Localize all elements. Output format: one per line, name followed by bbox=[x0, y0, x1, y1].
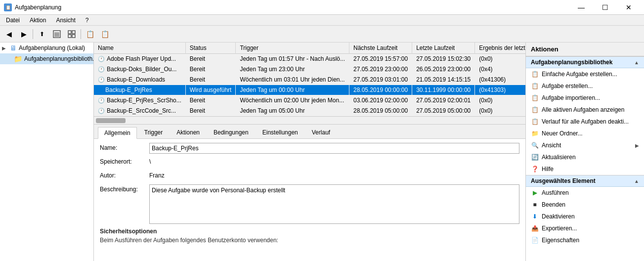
tab-aktionen[interactable]: Aktionen bbox=[170, 127, 206, 138]
tab-einstellungen[interactable]: Einstellungen bbox=[256, 127, 304, 138]
toolbar-btn5[interactable]: 📋 bbox=[98, 27, 112, 41]
actions-panel: Aktionen Aufgabenplanungsbibliothek ▲ 📋 … bbox=[525, 43, 644, 261]
cell-status: Bereit bbox=[185, 106, 236, 116]
ready-icon: 🕐 bbox=[98, 97, 105, 103]
action-ausfuehren[interactable]: ▶ Ausführen bbox=[526, 187, 644, 199]
title-bar: 📋 Aufgabenplanung — ☐ ✕ bbox=[0, 0, 644, 15]
action-aktualisieren[interactable]: 🔄 Aktualisieren bbox=[526, 151, 644, 163]
cell-status: Bereit bbox=[185, 95, 236, 106]
action-aktive-aufgaben[interactable]: 📋 Alle aktiven Aufgaben anzeigen bbox=[526, 104, 644, 116]
action-beenden[interactable]: ■ Beenden bbox=[526, 199, 644, 211]
action-aufgabe-erstellen[interactable]: 📋 Aufgabe erstellen... bbox=[526, 80, 644, 92]
label-speicherort: Speicherort: bbox=[100, 157, 149, 165]
cell-letzte: 27.05.2019 15:02:30 bbox=[412, 54, 475, 64]
help-icon: ❓ bbox=[531, 165, 539, 173]
cell-status: Bereit bbox=[185, 64, 236, 75]
col-ergebnis[interactable]: Ergebnis der letzten ▲ bbox=[475, 43, 525, 54]
toolbar-back[interactable]: ◀ bbox=[2, 27, 16, 41]
tab-trigger[interactable]: Trigger bbox=[138, 127, 170, 138]
toolbar-separator-2 bbox=[81, 29, 81, 39]
sicherheits-text: Beim Ausführen der Aufgaben folgendes Be… bbox=[100, 237, 519, 244]
menu-datei[interactable]: Datei bbox=[2, 16, 24, 25]
action-label-ansicht: Ansicht bbox=[542, 142, 561, 149]
app-icon: 📋 bbox=[4, 3, 12, 11]
action-ansicht[interactable]: 🔍 Ansicht ▶ bbox=[526, 139, 644, 151]
action-label-erstellen: Aufgabe erstellen... bbox=[542, 83, 593, 89]
action-icon-erstellen: 📋 bbox=[531, 82, 539, 90]
toolbar-btn2[interactable] bbox=[50, 27, 64, 41]
toolbar-btn1[interactable]: ⬆ bbox=[35, 27, 49, 41]
action-icon-einfache: 📋 bbox=[531, 70, 539, 78]
minimize-button[interactable]: — bbox=[570, 0, 593, 15]
cell-status: Bereit bbox=[185, 54, 236, 64]
cell-trigger: Jeden Tag um 01:57 Uhr - Nach Auslö... bbox=[236, 54, 349, 64]
action-label-hilfe: Hilfe bbox=[542, 166, 554, 173]
form-row-autor: Autor: Franz bbox=[100, 171, 519, 181]
section-header-ausgewaehlt: Ausgewähltes Element ▲ bbox=[526, 175, 644, 187]
sidebar-item-library[interactable]: 📁 Aufgabenplanungsbiblioth... bbox=[0, 53, 93, 64]
table-header-row: Name Status Trigger Nächste Laufzeit Let… bbox=[94, 43, 525, 54]
horizontal-scrollbar[interactable] bbox=[94, 116, 525, 124]
sidebar: ▶ 🖥 Aufgabenplanung (Lokal) 📁 Aufgabenpl… bbox=[0, 43, 94, 261]
cell-naechste: 28.05.2019 05:00:00 bbox=[349, 106, 412, 116]
running-icon: ⏺ bbox=[98, 87, 103, 93]
cell-name: ⏺Backup-E_PrjRes bbox=[94, 85, 185, 95]
action-verlauf-deaktivieren[interactable]: 📋 Verlauf für alle Aufgaben deakti... bbox=[526, 116, 644, 128]
cell-letzte: 27.05.2019 05:00:00 bbox=[412, 106, 475, 116]
value-speicherort: \ bbox=[149, 157, 519, 165]
action-label-importieren: Aufgabe importieren... bbox=[542, 94, 600, 101]
table-row[interactable]: ⏺Backup-E_PrjRes Wird ausgeführt Jeden T… bbox=[94, 85, 525, 95]
action-icon-verlauf: 📋 bbox=[531, 118, 539, 126]
action-neuer-ordner[interactable]: 📁 Neuer Ordner... bbox=[526, 128, 644, 139]
cell-letzte: 26.05.2019 23:00:00 bbox=[412, 64, 475, 75]
menu-aktion[interactable]: Aktion bbox=[26, 16, 50, 25]
cell-ergebnis: (0x41306) bbox=[475, 75, 525, 85]
action-hilfe[interactable]: ❓ Hilfe bbox=[526, 163, 644, 175]
task-table: Name Status Trigger Nächste Laufzeit Let… bbox=[94, 43, 525, 116]
section-collapse-bibliothek[interactable]: ▲ bbox=[634, 60, 639, 65]
cell-name: 🕐Backup-E_PrjRes_ScrSho... bbox=[94, 95, 185, 106]
toolbar-btn4[interactable]: 📋 bbox=[83, 27, 97, 41]
action-einfache-aufgabe[interactable]: 📋 Einfache Aufgabe erstellen... bbox=[526, 68, 644, 80]
ready-icon: 🕐 bbox=[98, 77, 105, 83]
title-bar-controls: — ☐ ✕ bbox=[570, 0, 640, 15]
table-row[interactable]: 🕐Backup-Doks_Bilder_Ou... Bereit Jeden T… bbox=[94, 64, 525, 75]
action-eigenschaften[interactable]: 📄 Eigenschaften bbox=[526, 234, 644, 246]
section-collapse-ausgewaehlt[interactable]: ▲ bbox=[634, 178, 639, 184]
textarea-beschreibung[interactable]: Diese Aufgabe wurde von Personal-Backup … bbox=[149, 184, 519, 224]
action-exportieren[interactable]: 📤 Exportieren... bbox=[526, 222, 644, 234]
cell-name: 🕐Adobe Flash Player Upd... bbox=[94, 54, 185, 64]
menu-help[interactable]: ? bbox=[82, 16, 93, 25]
section-title-bibliothek: Aufgabenplanungsbibliothek bbox=[531, 59, 612, 66]
sidebar-item-local[interactable]: ▶ 🖥 Aufgabenplanung (Lokal) bbox=[0, 43, 93, 53]
menu-ansicht[interactable]: Ansicht bbox=[52, 16, 79, 25]
col-trigger[interactable]: Trigger bbox=[236, 43, 349, 54]
table-row[interactable]: 🕐Backup-E_PrjRes_ScrSho... Bereit Wöchen… bbox=[94, 95, 525, 106]
cell-name: 🕐Backup-E_Downloads bbox=[94, 75, 185, 85]
close-button[interactable]: ✕ bbox=[617, 0, 640, 15]
col-naechste[interactable]: Nächste Laufzeit bbox=[349, 43, 412, 54]
folder-icon: 📁 bbox=[14, 55, 22, 63]
table-row[interactable]: 🕐Backup-E_SrcCode_Src... Bereit Jeden Ta… bbox=[94, 106, 525, 116]
col-name[interactable]: Name bbox=[94, 43, 185, 54]
table-row[interactable]: 🕐Adobe Flash Player Upd... Bereit Jeden … bbox=[94, 54, 525, 64]
svg-rect-5 bbox=[72, 31, 75, 34]
form-row-speicherort: Speicherort: \ bbox=[100, 157, 519, 168]
maximize-button[interactable]: ☐ bbox=[594, 0, 616, 15]
cell-naechste: 27.05.2019 23:00:00 bbox=[349, 64, 412, 75]
tab-verlauf[interactable]: Verlauf bbox=[305, 127, 337, 138]
col-status[interactable]: Status bbox=[185, 43, 236, 54]
col-letzte[interactable]: Letzte Laufzeit bbox=[412, 43, 475, 54]
input-name[interactable] bbox=[149, 143, 519, 154]
down-arrow-icon: ⬇ bbox=[531, 213, 539, 220]
tab-bedingungen[interactable]: Bedingungen bbox=[207, 127, 255, 138]
toolbar-forward[interactable]: ▶ bbox=[17, 27, 31, 41]
content-main: Name Status Trigger Nächste Laufzeit Let… bbox=[94, 43, 525, 261]
form-row-name: Name: bbox=[100, 143, 519, 154]
table-row[interactable]: 🕐Backup-E_Downloads Bereit Wöchentlich u… bbox=[94, 75, 525, 85]
cell-trigger: Jeden Tag um 00:00 Uhr bbox=[236, 85, 349, 95]
action-aufgabe-importieren[interactable]: 📋 Aufgabe importieren... bbox=[526, 92, 644, 104]
action-deaktivieren[interactable]: ⬇ Deaktivieren bbox=[526, 211, 644, 222]
toolbar-btn3[interactable] bbox=[65, 27, 79, 41]
tab-allgemein[interactable]: Allgemein bbox=[98, 127, 137, 139]
